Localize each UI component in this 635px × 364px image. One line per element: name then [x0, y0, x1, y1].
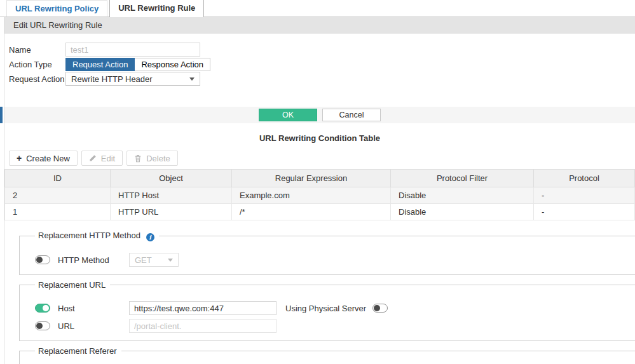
url-input [129, 319, 277, 333]
column-header-id[interactable]: ID [5, 170, 111, 187]
http-method-label: HTTP Method [58, 255, 129, 265]
caret-down-icon [168, 259, 173, 262]
cell-protocol: - [534, 204, 635, 220]
caret-down-icon [189, 78, 195, 81]
name-input[interactable] [65, 43, 200, 57]
url-label: URL [58, 321, 129, 331]
host-row: Host Using Physical Server [35, 301, 635, 315]
form-action-bar: OK Cancel [4, 107, 635, 123]
response-action-segment[interactable]: Response Action [135, 58, 210, 71]
cell-id: 2 [5, 187, 111, 204]
condition-table-toolbar: + Create New Edit Delete [9, 151, 635, 166]
replacement-url-legend: Replacement URL [38, 280, 106, 290]
replacement-http-method-legend: Replacement HTTP Method [38, 231, 140, 240]
condition-table: ID Object Regular Expression Protocol Fi… [4, 169, 635, 220]
host-using-physical-server-toggle[interactable] [372, 304, 388, 313]
action-type-label: Action Type [9, 60, 65, 69]
column-header-protocol[interactable]: Protocol [534, 170, 635, 187]
delete-button: Delete [126, 151, 178, 166]
tab-url-rewriting-rule[interactable]: URL Rewriting Rule [109, 0, 204, 17]
http-method-row: HTTP Method GET [35, 253, 635, 267]
table-row[interactable]: 2 HTTP Host Example.com Disable - [5, 187, 635, 204]
cell-object: HTTP Host [111, 187, 232, 204]
replacement-referer-section: Replacement Referer Referer Using Physic… [19, 346, 635, 364]
create-new-button[interactable]: + Create New [9, 151, 78, 166]
replacement-referer-legend: Replacement Referer [38, 346, 117, 356]
page-title: Edit URL Rewriting Rule [4, 17, 635, 34]
request-action-row: Request Action Rewrite HTTP Header [9, 72, 635, 86]
tab-url-rewriting-policy[interactable]: URL Rewriting Policy [6, 0, 107, 17]
name-label: Name [9, 45, 65, 55]
table-header-row: ID Object Regular Expression Protocol Fi… [5, 170, 635, 187]
column-header-object[interactable]: Object [111, 170, 232, 187]
condition-table-title: URL Rewriting Condition Table [4, 133, 635, 143]
host-label: Host [58, 304, 129, 313]
http-method-value: GET [135, 255, 152, 265]
cell-regex: /* [232, 204, 391, 220]
edit-form: Name Action Type Request Action Response… [4, 34, 635, 86]
delete-label: Delete [146, 154, 170, 163]
cell-regex: Example.com [232, 187, 391, 204]
edit-label: Edit [101, 154, 115, 163]
pencil-icon [89, 154, 97, 162]
request-action-segment[interactable]: Request Action [65, 58, 135, 71]
cancel-button[interactable]: Cancel [322, 109, 381, 121]
info-icon[interactable]: i [146, 233, 154, 241]
host-using-physical-server-label: Using Physical Server [285, 304, 366, 313]
request-action-label: Request Action [9, 74, 65, 84]
table-row[interactable]: 1 HTTP URL /* Disable - [5, 204, 635, 220]
cell-object: HTTP URL [111, 204, 232, 220]
request-action-value: Rewrite HTTP Header [71, 74, 153, 84]
tab-bar: URL Rewriting Policy URL Rewriting Rule [0, 0, 635, 17]
http-method-toggle[interactable] [35, 255, 50, 264]
action-type-row: Action Type Request Action Response Acti… [9, 57, 635, 71]
ok-button[interactable]: OK [259, 109, 317, 121]
cell-protocol-filter: Disable [391, 187, 534, 204]
host-input[interactable] [129, 301, 277, 315]
replacement-http-method-section: Replacement HTTP Method i HTTP Method GE… [19, 231, 635, 275]
action-type-segmented: Request Action Response Action [65, 58, 210, 71]
plus-icon: + [17, 154, 22, 163]
replacement-url-section: Replacement URL Host Using Physical Serv… [19, 280, 635, 341]
host-toggle[interactable] [35, 304, 50, 313]
cell-id: 1 [5, 204, 111, 220]
cell-protocol-filter: Disable [391, 204, 534, 220]
column-header-protocol-filter[interactable]: Protocol Filter [391, 170, 534, 187]
column-header-regular-expression[interactable]: Regular Expression [232, 170, 391, 187]
edit-button: Edit [81, 151, 123, 166]
http-method-select: GET [129, 253, 179, 267]
trash-icon [134, 154, 142, 163]
url-row: URL [35, 319, 635, 333]
create-new-label: Create New [26, 154, 70, 163]
cell-protocol: - [534, 187, 635, 204]
name-row: Name [9, 43, 635, 57]
url-toggle[interactable] [35, 321, 50, 330]
request-action-select[interactable]: Rewrite HTTP Header [65, 72, 200, 86]
